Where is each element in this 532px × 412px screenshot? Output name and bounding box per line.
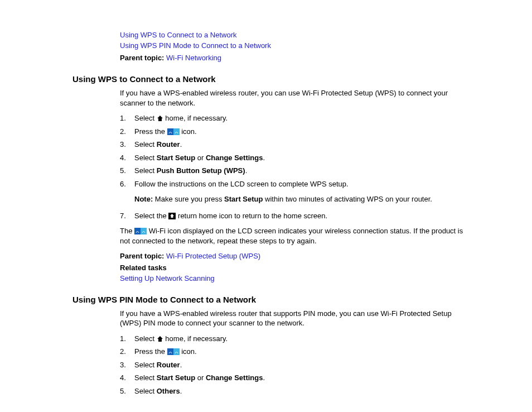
- step-text: Select Start Setup or Change Settings.: [134, 153, 465, 163]
- step-text: Select Router.: [134, 140, 465, 150]
- parent-topic-label: Parent topic:: [120, 252, 164, 260]
- step-2: 2. Press the icon.: [120, 127, 465, 137]
- note-label: Note:: [134, 195, 153, 203]
- step-num: 7.: [120, 211, 134, 221]
- step-text: Select Start Setup or Change Settings.: [134, 373, 465, 383]
- step-text: Select Others.: [134, 386, 465, 396]
- wifi-icon: [134, 228, 147, 234]
- step-num: 5.: [120, 166, 134, 176]
- step-4: 4. Select Start Setup or Change Settings…: [120, 153, 465, 163]
- document-page: Using WPS to Connect to a Network Using …: [0, 0, 532, 412]
- step-7: 7. Select the return home icon to return…: [120, 211, 465, 221]
- step-num: 4.: [120, 153, 134, 163]
- home-icon: [157, 336, 163, 342]
- step-text: Select home, if necessary.: [134, 113, 465, 123]
- toc-block: Using WPS to Connect to a Network Using …: [120, 31, 465, 62]
- step-text: Follow the instructions on the LCD scree…: [134, 179, 465, 189]
- step-num: 6.: [120, 179, 134, 189]
- step-text: Select home, if necessary.: [134, 334, 465, 344]
- step-num: 2.: [120, 127, 134, 137]
- step-text: Select the return home icon to return to…: [134, 211, 465, 221]
- step-4: 4. Select Start Setup or Change Settings…: [120, 373, 465, 383]
- step-5: 5. Select Push Button Setup (WPS).: [120, 166, 465, 176]
- section2-body: If you have a WPS-enabled wireless route…: [120, 309, 465, 396]
- step-num: 2.: [120, 347, 134, 357]
- step-text: Press the icon.: [134, 347, 465, 357]
- step-text: Select Router.: [134, 360, 465, 370]
- step-6: 6. Follow the instructions on the LCD sc…: [120, 179, 465, 189]
- parent-topic-row: Parent topic: Wi-Fi Protected Setup (WPS…: [120, 252, 465, 260]
- step-3: 3. Select Router.: [120, 140, 465, 150]
- step-1: 1. Select home, if necessary.: [120, 334, 465, 344]
- section-heading-wps-pin: Using WPS PIN Mode to Connect to a Netwo…: [72, 295, 465, 304]
- toc-link-wps[interactable]: Using WPS to Connect to a Network: [120, 31, 465, 39]
- step-text: Press the icon.: [134, 127, 465, 137]
- step-num: 3.: [120, 360, 134, 370]
- step-1: 1. Select home, if necessary.: [120, 113, 465, 123]
- post-list-text: The Wi-Fi icon displayed on the LCD scre…: [120, 226, 465, 246]
- parent-topic-link[interactable]: Wi-Fi Protected Setup (WPS): [166, 252, 260, 260]
- parent-topic-link[interactable]: Wi-Fi Networking: [166, 54, 221, 62]
- step-num: 4.: [120, 373, 134, 383]
- section2-steps: 1. Select home, if necessary. 2. Press t…: [120, 334, 465, 396]
- step-2: 2. Press the icon.: [120, 347, 465, 357]
- home-icon: [157, 115, 163, 122]
- parent-topic-label: Parent topic:: [120, 54, 164, 62]
- step-num: 3.: [120, 140, 134, 150]
- step-num: 1.: [120, 334, 134, 344]
- related-tasks-row: Related tasks Setting Up Network Scannin…: [120, 264, 465, 282]
- step-text: Select Push Button Setup (WPS).: [134, 166, 465, 176]
- wifi-icon: [167, 128, 180, 135]
- section-heading-wps: Using WPS to Connect to a Network: [72, 74, 465, 84]
- step-3: 3. Select Router.: [120, 360, 465, 370]
- step-num: 1.: [120, 113, 134, 123]
- note-block: Note: Make sure you press Start Setup wi…: [134, 194, 465, 204]
- section1-steps: 1. Select home, if necessary. 2. Press t…: [120, 113, 465, 221]
- return-home-icon: [168, 213, 176, 219]
- related-tasks-label: Related tasks: [120, 264, 167, 272]
- step-5: 5. Select Others.: [120, 386, 465, 396]
- section2-intro: If you have a WPS-enabled wireless route…: [120, 309, 465, 328]
- step-num: 5.: [120, 386, 134, 396]
- section1-body: If you have a WPS-enabled wireless route…: [120, 88, 465, 282]
- wifi-icon: [167, 348, 180, 355]
- parent-topic-row: Parent topic: Wi-Fi Networking: [120, 54, 465, 62]
- toc-link-wps-pin[interactable]: Using WPS PIN Mode to Connect to a Netwo…: [120, 41, 465, 50]
- section1-intro: If you have a WPS-enabled wireless route…: [120, 88, 465, 108]
- related-task-link[interactable]: Setting Up Network Scanning: [120, 274, 465, 282]
